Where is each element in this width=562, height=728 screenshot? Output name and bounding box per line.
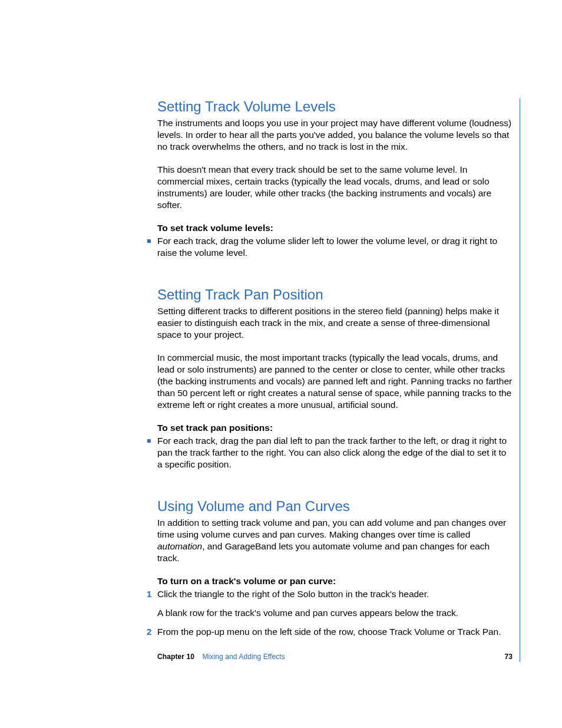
chapter-title: Mixing and Adding Effects (202, 653, 285, 661)
body-paragraph: In addition to setting track volume and … (157, 517, 513, 564)
numbered-step: 1 Click the triangle to the right of the… (157, 588, 513, 600)
body-paragraph: In commercial music, the most important … (157, 352, 513, 411)
bullet-item: For each track, drag the pan dial left t… (157, 435, 513, 470)
step-text: Click the triangle to the right of the S… (157, 589, 429, 599)
section-heading: Setting Track Volume Levels (157, 98, 513, 115)
body-paragraph: The instruments and loops you use in you… (157, 117, 513, 153)
step-text: From the pop-up menu on the left side of… (157, 627, 501, 637)
body-paragraph: Setting different tracks to different po… (157, 305, 513, 341)
procedure-heading: To set track volume levels: (157, 222, 513, 234)
section-heading: Using Volume and Pan Curves (157, 498, 513, 515)
section-heading: Setting Track Pan Position (157, 286, 513, 303)
page-footer: Chapter 10 Mixing and Adding Effects 73 (157, 653, 513, 661)
bullet-item: For each track, drag the volume slider l… (157, 235, 513, 259)
step-result: A blank row for the track's volume and p… (157, 607, 513, 619)
numbered-step: 2 From the pop-up menu on the left side … (157, 626, 513, 638)
content-column: Setting Track Volume Levels The instrume… (157, 98, 513, 649)
page: Setting Track Volume Levels The instrume… (0, 0, 562, 728)
margin-rule (520, 98, 520, 662)
body-paragraph: This doesn't mean that every track shoul… (157, 164, 513, 211)
page-number: 73 (504, 653, 513, 661)
step-number: 1 (147, 588, 151, 600)
step-number: 2 (147, 626, 151, 638)
procedure-heading: To turn on a track's volume or pan curve… (157, 575, 513, 587)
procedure-heading: To set track pan positions: (157, 422, 513, 434)
chapter-label: Chapter 10 (157, 653, 194, 661)
